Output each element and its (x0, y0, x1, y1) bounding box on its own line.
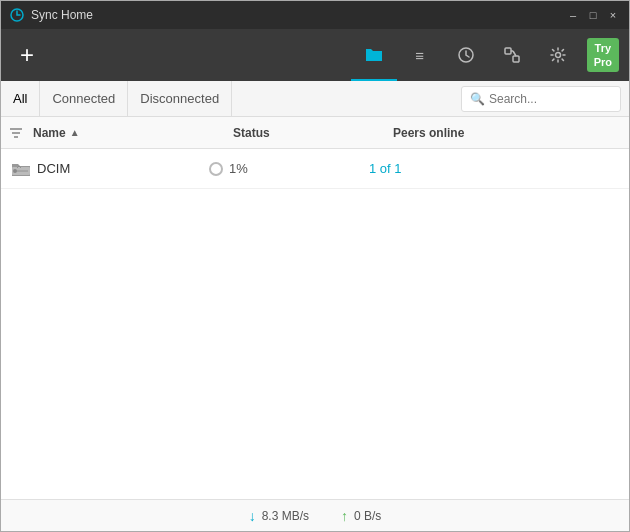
minimize-button[interactable]: – (565, 7, 581, 23)
svg-rect-3 (513, 56, 519, 62)
column-name-header[interactable]: Name ▲ (33, 126, 233, 140)
close-button[interactable]: × (605, 7, 621, 23)
filter-disconnected[interactable]: Disconnected (128, 81, 232, 117)
upload-speed: ↑ 0 B/s (341, 508, 381, 524)
column-status-header: Status (233, 126, 393, 140)
filter-connected[interactable]: Connected (40, 81, 128, 117)
table-row[interactable]: DCIM 1% 1 of 1 (1, 149, 629, 189)
tab-settings[interactable] (535, 29, 581, 81)
download-speed: ↓ 8.3 MB/s (249, 508, 309, 524)
tab-folders[interactable] (351, 29, 397, 81)
status-circle-icon (209, 162, 223, 176)
search-box[interactable]: 🔍 (461, 86, 621, 112)
table-header: Name ▲ Status Peers online (1, 117, 629, 149)
tab-connections[interactable] (489, 29, 535, 81)
upload-icon: ↑ (341, 508, 348, 524)
sort-arrow: ▲ (70, 127, 80, 138)
row-name: DCIM (33, 161, 209, 176)
restore-button[interactable]: □ (585, 7, 601, 23)
add-button[interactable]: + (1, 29, 53, 81)
filter-all[interactable]: All (9, 81, 40, 117)
svg-rect-2 (505, 48, 511, 54)
column-peers-header: Peers online (393, 126, 553, 140)
download-icon: ↓ (249, 508, 256, 524)
search-input[interactable] (489, 92, 619, 106)
window-controls: – □ × (565, 7, 621, 23)
title-bar: Sync Home – □ × (1, 1, 629, 29)
tab-devices[interactable]: ≡ (397, 29, 443, 81)
search-icon: 🔍 (470, 92, 485, 106)
upload-speed-value: 0 B/s (354, 509, 381, 523)
row-folder-icon (9, 160, 33, 178)
table-body: DCIM 1% 1 of 1 (1, 149, 629, 499)
app-icon (9, 7, 25, 23)
toolbar: + ≡ (1, 29, 629, 81)
row-peers: 1 of 1 (369, 161, 529, 176)
row-status: 1% (209, 161, 369, 176)
try-pro-button[interactable]: Try Pro (587, 38, 619, 73)
toolbar-tabs: ≡ (351, 29, 581, 81)
filter-bar: All Connected Disconnected 🔍 (1, 81, 629, 117)
window-title: Sync Home (31, 8, 565, 22)
status-bar: ↓ 8.3 MB/s ↑ 0 B/s (1, 499, 629, 531)
tab-history[interactable] (443, 29, 489, 81)
download-speed-value: 8.3 MB/s (262, 509, 309, 523)
svg-point-6 (555, 53, 560, 58)
filter-icon[interactable] (9, 127, 33, 139)
